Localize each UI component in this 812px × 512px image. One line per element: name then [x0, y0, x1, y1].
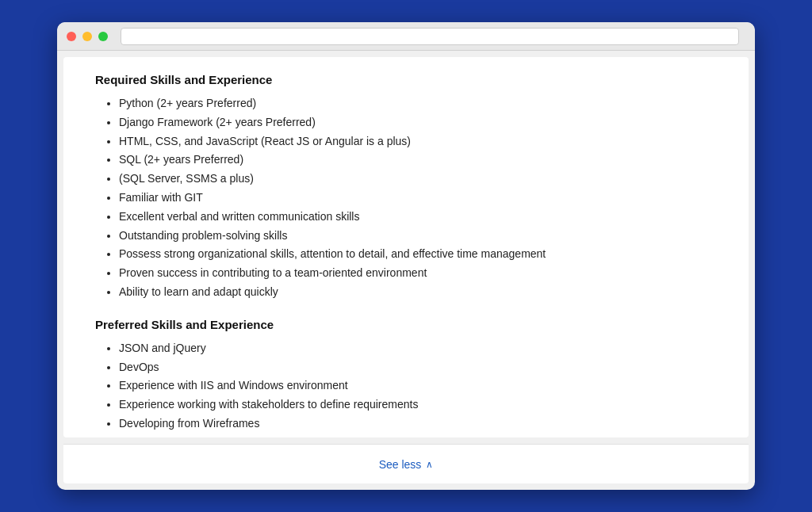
list-item: Proven success in contributing to a team…: [119, 264, 717, 283]
maximize-button[interactable]: [98, 32, 108, 41]
preferred-skills-list: JSON and jQueryDevOpsExperience with IIS…: [95, 339, 717, 437]
footer-bar: See less ∧: [63, 444, 749, 483]
list-item: (SQL Server, SSMS a plus): [119, 170, 717, 189]
list-item: Experience working with stakeholders to …: [119, 395, 717, 415]
list-item: JSON and jQuery: [119, 339, 717, 358]
preferred-skills-section: Preferred Skills and Experience JSON and…: [95, 318, 717, 437]
list-item: HTML, CSS, and JavaScript (React JS or A…: [119, 132, 717, 151]
see-less-label: See less: [379, 458, 422, 471]
list-item: DevOps: [119, 358, 717, 377]
required-skills-section: Required Skills and Experience Python (2…: [95, 73, 717, 302]
minimize-button[interactable]: [82, 32, 92, 41]
list-item: SQL (2+ years Preferred): [119, 151, 717, 170]
list-item: Python (2+ years Preferred): [119, 94, 717, 113]
content-area: Required Skills and Experience Python (2…: [63, 57, 749, 437]
titlebar: [57, 22, 755, 51]
list-item: Excellent verbal and written communicati…: [119, 208, 717, 227]
list-item: Ability to learn and adapt quickly: [119, 283, 717, 302]
list-item: Outstanding problem-solving skills: [119, 227, 717, 246]
address-bar[interactable]: [121, 28, 739, 45]
required-section-title: Required Skills and Experience: [95, 73, 717, 86]
close-button[interactable]: [67, 32, 76, 41]
list-item: Developing from Wireframes: [119, 415, 717, 434]
list-item: Experience with IIS and Windows environm…: [119, 376, 717, 395]
list-item: Familiar with GIT: [119, 189, 717, 208]
required-skills-list: Python (2+ years Preferred)Django Framew…: [95, 94, 717, 302]
chevron-up-icon: ∧: [426, 459, 433, 470]
preferred-section-title: Preferred Skills and Experience: [95, 318, 717, 331]
browser-window: Required Skills and Experience Python (2…: [57, 22, 755, 490]
list-item: Agile project management: [119, 434, 717, 437]
list-item: Possess strong organizational skills, at…: [119, 245, 717, 264]
list-item: Django Framework (2+ years Preferred): [119, 113, 717, 132]
see-less-button[interactable]: See less ∧: [379, 458, 434, 471]
